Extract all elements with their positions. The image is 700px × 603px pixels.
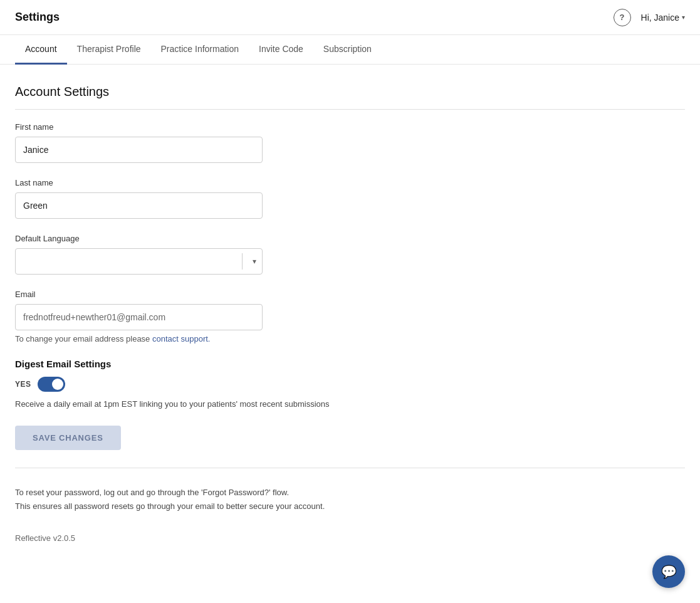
contact-support-link[interactable]: contact support. — [152, 334, 211, 343]
tab-account[interactable]: Account — [15, 35, 67, 65]
app-title: Settings — [15, 11, 60, 24]
user-menu[interactable]: Hi, Janice ▾ — [641, 13, 685, 23]
password-reset-text: To reset your password, log out and go t… — [15, 486, 685, 513]
tab-therapist-profile[interactable]: Therapist Profile — [67, 35, 151, 65]
top-bar-right: ? Hi, Janice ▾ — [614, 9, 685, 26]
tab-subscription[interactable]: Subscription — [313, 35, 382, 65]
nav-tabs: Account Therapist Profile Practice Infor… — [0, 35, 700, 65]
digest-email-group: Digest Email Settings YES Receive a dail… — [15, 359, 685, 411]
email-group: Email To change your email address pleas… — [15, 290, 685, 343]
chevron-down-icon: ▾ — [682, 14, 685, 21]
page-title: Account Settings — [15, 85, 685, 110]
last-name-group: Last name — [15, 178, 685, 219]
last-name-input[interactable] — [15, 192, 263, 219]
digest-toggle[interactable] — [38, 377, 65, 392]
select-divider — [242, 253, 243, 270]
version-text: Reflective v2.0.5 — [15, 533, 685, 543]
main-content: Account Settings First name Last name De… — [0, 65, 700, 563]
default-language-group: Default Language English Spanish French … — [15, 234, 685, 275]
tab-invite-code[interactable]: Invite Code — [249, 35, 313, 65]
digest-description: Receive a daily email at 1pm EST linking… — [15, 398, 685, 411]
email-helper-text: To change your email address please cont… — [15, 334, 685, 343]
default-language-select[interactable]: English Spanish French — [15, 248, 263, 275]
top-bar-left: Settings — [15, 11, 60, 24]
toggle-yes-label: YES — [15, 380, 31, 389]
top-bar: Settings ? Hi, Janice ▾ — [0, 0, 700, 35]
digest-section-title: Digest Email Settings — [15, 359, 685, 369]
first-name-input[interactable] — [15, 137, 263, 163]
tab-practice-information[interactable]: Practice Information — [151, 35, 249, 65]
toggle-slider — [38, 377, 65, 392]
toggle-row: YES — [15, 377, 685, 392]
first-name-group: First name — [15, 122, 685, 163]
user-greeting: Hi, Janice — [641, 13, 679, 23]
default-language-select-wrapper: English Spanish French ▾ — [15, 248, 263, 275]
email-input[interactable] — [15, 304, 263, 330]
email-label: Email — [15, 290, 685, 299]
default-language-label: Default Language — [15, 234, 685, 243]
help-button[interactable]: ? — [614, 9, 631, 26]
help-icon: ? — [620, 13, 625, 22]
save-changes-button[interactable]: SAVE CHANGES — [15, 426, 121, 450]
section-divider — [15, 468, 685, 468]
last-name-label: Last name — [15, 178, 685, 187]
first-name-label: First name — [15, 122, 685, 132]
